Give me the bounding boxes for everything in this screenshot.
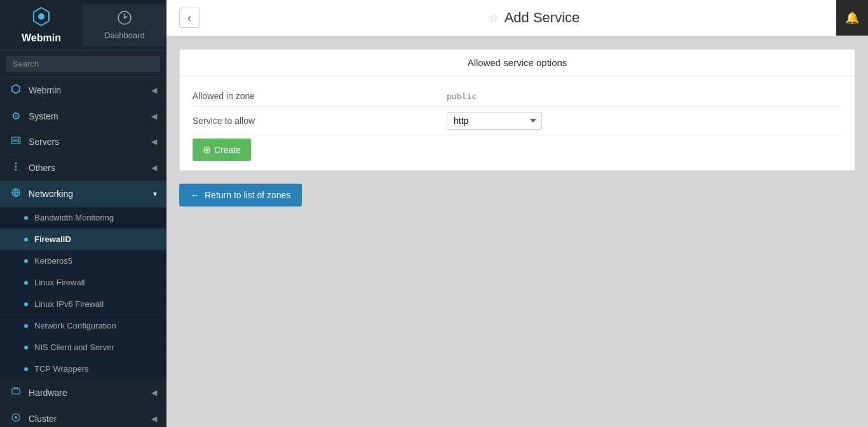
create-button-label: Create	[214, 145, 241, 155]
linux-ipv6-dot-icon	[24, 302, 28, 306]
servers-nav-icon	[10, 135, 22, 148]
page-title-area: ☆ Add Service	[212, 10, 855, 26]
svg-point-11	[15, 169, 17, 171]
nis-dot-icon	[24, 346, 28, 349]
form-card: Allowed service options Allowed in zone …	[179, 49, 855, 171]
back-arrow-icon: ‹	[187, 11, 191, 25]
kerberos5-label: Kerberos5	[34, 256, 72, 266]
networking-submenu: Bandwidth Monitoring FirewallD Kerberos5…	[0, 207, 166, 380]
svg-point-9	[15, 163, 17, 165]
network-config-dot-icon	[24, 324, 28, 328]
cluster-arrow-icon: ◀	[151, 414, 157, 423]
return-btn-label: Return to list of zones	[205, 190, 290, 200]
sidebar-item-cluster-label: Cluster	[29, 414, 57, 424]
cluster-nav-icon	[10, 412, 22, 425]
sidebar: Webmin Dashboard Webmin ◀ ⚙ System	[0, 0, 166, 427]
sidebar-item-others-label: Others	[29, 163, 55, 173]
sidebar-item-webmin-label: Webmin	[29, 85, 61, 95]
sidebar-item-linux-ipv6-firewall[interactable]: Linux IPv6 Firewall	[0, 294, 166, 315]
firewalld-label: FirewallD	[34, 234, 71, 244]
form-card-title: Allowed service options	[180, 50, 855, 76]
sidebar-item-kerberos5[interactable]: Kerberos5	[0, 250, 166, 272]
webmin-brand-label: Webmin	[22, 32, 61, 44]
linux-firewall-dot-icon	[24, 281, 28, 285]
bell-icon: 🔔	[845, 11, 859, 25]
kerberos5-dot-icon	[24, 259, 28, 263]
back-button[interactable]: ‹	[179, 8, 200, 28]
service-to-allow-select[interactable]: http https ftp smtp dns ssh dhcp	[447, 112, 542, 130]
allowed-in-zone-row: Allowed in zone public	[193, 86, 842, 107]
svg-rect-14	[12, 389, 20, 394]
tcp-wrappers-label: TCP Wrappers	[34, 364, 89, 374]
system-arrow-icon: ◀	[151, 112, 157, 121]
sidebar-item-others[interactable]: Others ◀	[0, 155, 166, 181]
nis-client-server-label: NIS Client and Server	[34, 342, 114, 352]
sidebar-header: Webmin Dashboard	[0, 0, 166, 51]
sidebar-item-networking[interactable]: Networking ▾	[0, 181, 166, 207]
svg-marker-4	[12, 85, 20, 93]
webmin-brand[interactable]: Webmin	[0, 0, 83, 50]
search-container	[0, 51, 166, 78]
hardware-arrow-icon: ◀	[151, 388, 157, 397]
service-to-allow-label: Service to allow	[193, 116, 447, 126]
sidebar-item-network-configuration[interactable]: Network Configuration	[0, 315, 166, 337]
svg-point-7	[18, 138, 19, 139]
create-button[interactable]: ⊕ Create	[193, 139, 251, 161]
networking-nav-icon	[10, 187, 22, 200]
network-configuration-label: Network Configuration	[34, 321, 116, 330]
webmin-nav-icon	[10, 84, 22, 97]
sidebar-item-hardware-label: Hardware	[29, 388, 67, 398]
others-nav-icon	[10, 161, 22, 174]
sidebar-item-networking-label: Networking	[29, 189, 73, 199]
svg-point-8	[18, 142, 19, 143]
sidebar-item-system[interactable]: ⚙ System ◀	[0, 104, 166, 129]
page-title: Add Service	[505, 10, 580, 26]
notification-bell-button[interactable]: 🔔	[836, 0, 868, 36]
sidebar-item-bandwidth-monitoring[interactable]: Bandwidth Monitoring	[0, 207, 166, 229]
dashboard-label: Dashboard	[104, 30, 145, 40]
sidebar-item-system-label: System	[29, 111, 58, 121]
sidebar-item-webmin[interactable]: Webmin ◀	[0, 78, 166, 104]
sidebar-item-firewalld[interactable]: FirewallD	[0, 229, 166, 250]
sidebar-item-tcp-wrappers[interactable]: TCP Wrappers	[0, 358, 166, 380]
sidebar-item-servers[interactable]: Servers ◀	[0, 129, 166, 155]
webmin-logo-icon	[31, 6, 51, 31]
service-to-allow-row: Service to allow http https ftp smtp dns…	[193, 107, 842, 135]
tcp-wrappers-dot-icon	[24, 367, 28, 371]
servers-arrow-icon: ◀	[151, 137, 157, 146]
form-body: Allowed in zone public Service to allow …	[180, 76, 855, 170]
firewalld-dot-icon	[24, 238, 28, 241]
dashboard-icon	[118, 11, 132, 28]
return-to-zones-button[interactable]: ← Return to list of zones	[179, 184, 302, 207]
sidebar-item-nis-client-server[interactable]: NIS Client and Server	[0, 337, 166, 358]
allowed-in-zone-value: public	[447, 92, 477, 101]
return-arrow-icon: ←	[191, 190, 200, 200]
search-input[interactable]	[6, 56, 160, 72]
dashboard-tab[interactable]: Dashboard	[83, 4, 166, 46]
svg-point-10	[15, 166, 17, 168]
page-header: ‹ ☆ Add Service 🔔	[166, 0, 868, 36]
others-arrow-icon: ◀	[151, 163, 157, 172]
favorite-star-icon[interactable]: ☆	[488, 10, 499, 25]
linux-firewall-label: Linux Firewall	[34, 278, 85, 287]
hardware-nav-icon	[10, 386, 22, 399]
main-content: ‹ ☆ Add Service 🔔 Allowed service option…	[166, 0, 868, 427]
allowed-in-zone-label: Allowed in zone	[193, 91, 447, 101]
linux-ipv6-firewall-label: Linux IPv6 Firewall	[34, 299, 104, 309]
sidebar-item-linux-firewall[interactable]: Linux Firewall	[0, 272, 166, 294]
sidebar-item-cluster[interactable]: Cluster ◀	[0, 406, 166, 427]
content-area: Allowed service options Allowed in zone …	[166, 36, 868, 427]
bandwidth-monitoring-label: Bandwidth Monitoring	[34, 213, 114, 222]
svg-point-3	[124, 17, 126, 18]
svg-point-1	[38, 13, 44, 20]
sidebar-item-hardware[interactable]: Hardware ◀	[0, 380, 166, 406]
webmin-arrow-icon: ◀	[151, 86, 157, 95]
create-plus-icon: ⊕	[203, 144, 211, 156]
bandwidth-dot-icon	[24, 216, 28, 220]
networking-arrow-icon: ▾	[153, 189, 157, 198]
system-nav-icon: ⚙	[10, 110, 22, 122]
svg-point-16	[15, 416, 17, 419]
sidebar-item-servers-label: Servers	[29, 137, 59, 147]
